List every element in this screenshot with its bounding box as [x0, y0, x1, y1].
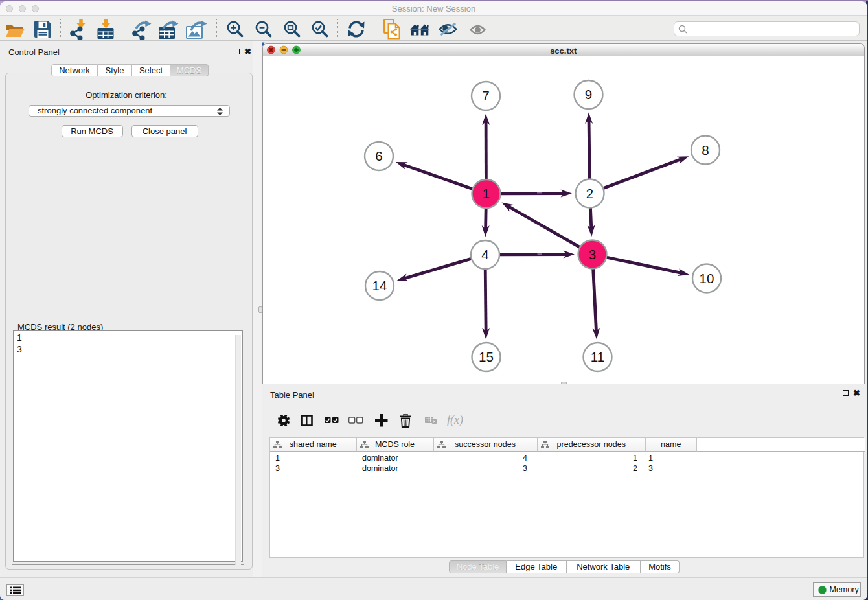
svg-text:10: 10: [700, 271, 714, 286]
svg-text:9: 9: [585, 87, 592, 102]
svg-text:8: 8: [702, 143, 709, 157]
svg-text:7: 7: [482, 88, 489, 103]
svg-text:1: 1: [483, 186, 490, 201]
svg-text:14: 14: [372, 278, 387, 293]
svg-text:4: 4: [481, 247, 488, 262]
svg-text:11: 11: [591, 349, 604, 364]
svg-text:15: 15: [479, 349, 494, 364]
svg-text:3: 3: [589, 247, 596, 262]
svg-text:6: 6: [375, 148, 382, 163]
svg-text:2: 2: [586, 186, 593, 201]
